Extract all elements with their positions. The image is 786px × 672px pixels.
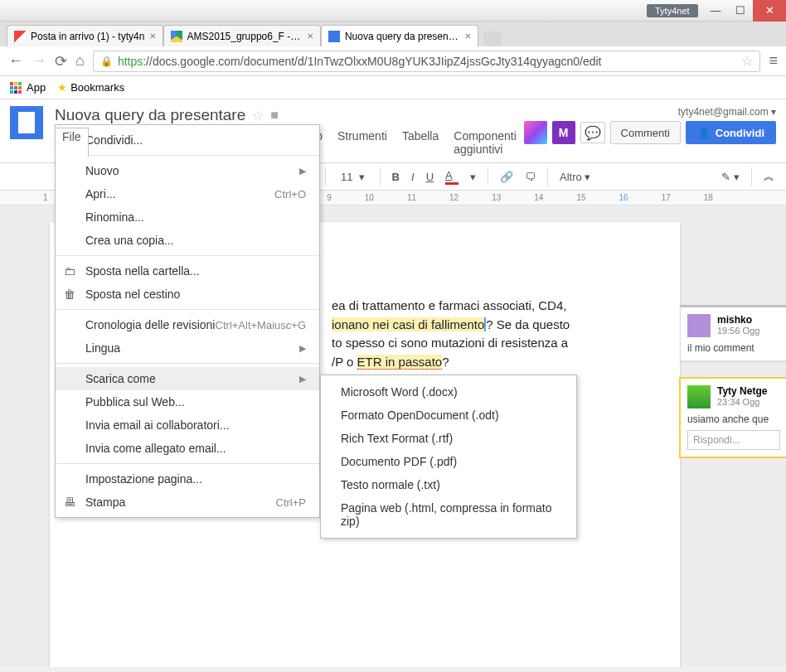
trash-icon: 🗑 bbox=[64, 288, 75, 301]
window-badge: Tyty4net bbox=[647, 4, 698, 17]
text-color-dropdown[interactable]: ▾ bbox=[465, 168, 481, 186]
bookmark-star-icon[interactable]: ☆ bbox=[741, 53, 753, 69]
browser-tab-drive[interactable]: AMS2015_gruppo6_F - Gc × bbox=[163, 25, 321, 46]
person-icon: 👤 bbox=[697, 127, 711, 139]
address-bar[interactable]: 🔒 https://docs.google.com/document/d/1In… bbox=[93, 51, 761, 72]
menu-item-email-collaboratori[interactable]: Invia email ai collaboratori... bbox=[56, 413, 319, 437]
menu-button[interactable]: ≡ bbox=[769, 52, 778, 70]
avatar bbox=[687, 385, 711, 409]
menu-item-apri[interactable]: Apri...Ctrl+O bbox=[56, 182, 319, 205]
download-rtf[interactable]: Rich Text Format (.rtf) bbox=[321, 427, 576, 450]
menu-file[interactable]: File bbox=[55, 128, 89, 157]
docs-logo[interactable] bbox=[10, 106, 43, 139]
browser-tab-gmail[interactable]: Posta in arrivo (1) - tyty4n × bbox=[7, 25, 163, 46]
avatar bbox=[687, 314, 711, 337]
edit-mode-button[interactable]: ✎ ▾ bbox=[716, 168, 745, 186]
menu-item-scarica-come[interactable]: Scarica come▶ bbox=[56, 367, 319, 390]
download-html[interactable]: Pagina web (.html, compressa in formato … bbox=[321, 496, 576, 533]
underline-button[interactable]: U bbox=[421, 168, 439, 186]
chevron-right-icon: ▶ bbox=[299, 374, 306, 384]
menu-item-nuovo[interactable]: Nuovo▶ bbox=[56, 159, 319, 182]
menu-item-crea-copia[interactable]: Crea una copia... bbox=[56, 229, 319, 252]
menu-componenti[interactable]: Componenti aggiuntivi bbox=[447, 128, 523, 157]
close-icon[interactable]: × bbox=[307, 30, 313, 42]
comment-card-active[interactable]: Tyty Netge 23:34 Ogg usiamo anche que Ri… bbox=[680, 378, 786, 457]
italic-button[interactable]: I bbox=[406, 168, 420, 186]
browser-toolbar: ← → ⟳ ⌂ 🔒 https://docs.google.com/docume… bbox=[0, 46, 786, 76]
print-icon: 🖶 bbox=[64, 496, 75, 509]
collaborator-avatar[interactable] bbox=[524, 121, 547, 144]
menu-item-pubblica[interactable]: Pubblica sul Web... bbox=[56, 390, 319, 413]
folder-icon[interactable]: ■ bbox=[270, 108, 279, 123]
more-button[interactable]: Altro ▾ bbox=[555, 168, 595, 186]
back-button[interactable]: ← bbox=[8, 52, 23, 70]
window-close-button[interactable]: ✕ bbox=[753, 0, 786, 22]
apps-grid-icon bbox=[10, 82, 22, 94]
download-submenu: Microsoft Word (.docx) Formato OpenDocum… bbox=[320, 375, 577, 539]
font-size-select[interactable]: 11 ▾ bbox=[332, 168, 373, 186]
apps-shortcut[interactable]: App bbox=[10, 81, 46, 94]
collapse-toolbar-button[interactable]: ︽ bbox=[759, 167, 779, 186]
browser-tab-strip: Posta in arrivo (1) - tyty4n × AMS2015_g… bbox=[0, 22, 786, 46]
menu-item-cronologia[interactable]: Cronologia delle revisioniCtrl+Alt+Maius… bbox=[56, 313, 319, 336]
lock-icon: 🔒 bbox=[100, 56, 113, 67]
menu-tabella[interactable]: Tabella bbox=[395, 128, 445, 157]
forward-button[interactable]: → bbox=[32, 52, 46, 70]
window-minimize-button[interactable]: — bbox=[703, 2, 728, 20]
chat-button[interactable]: 💬 bbox=[580, 122, 605, 143]
reply-input[interactable]: Rispondi... bbox=[687, 430, 780, 450]
download-txt[interactable]: Testo normale (.txt) bbox=[321, 473, 576, 496]
download-pdf[interactable]: Documento PDF (.pdf) bbox=[321, 450, 576, 473]
gmail-icon bbox=[14, 31, 26, 42]
comments-button[interactable]: Commenti bbox=[610, 121, 681, 144]
window-titlebar: Tyty4net — ☐ ✕ bbox=[0, 0, 786, 22]
bookmarks-shortcut[interactable]: ★ Bookmarks bbox=[57, 81, 124, 94]
menu-item-email-allegato[interactable]: Invia come allegato email... bbox=[56, 437, 319, 460]
menu-item-lingua[interactable]: Lingua▶ bbox=[56, 336, 319, 360]
collaborator-avatar[interactable]: M bbox=[552, 121, 575, 144]
drive-icon bbox=[171, 31, 182, 42]
star-icon[interactable]: ☆ bbox=[252, 108, 264, 123]
window-maximize-button[interactable]: ☐ bbox=[728, 2, 753, 20]
reload-button[interactable]: ⟳ bbox=[55, 52, 67, 70]
menu-item-rinomina[interactable]: Rinomina... bbox=[56, 205, 319, 229]
menu-item-stampa[interactable]: 🖶StampaCtrl+P bbox=[56, 491, 319, 514]
new-tab-button[interactable] bbox=[483, 31, 502, 46]
docs-icon bbox=[328, 31, 340, 42]
menu-strumenti[interactable]: Strumenti bbox=[331, 128, 394, 157]
bold-button[interactable]: B bbox=[387, 168, 405, 186]
user-email[interactable]: tyty4net@gmail.com ▾ bbox=[678, 106, 776, 118]
close-icon[interactable]: × bbox=[149, 30, 156, 42]
menu-item-sposta-cartella[interactable]: 🗀Sposta nella cartella... bbox=[56, 259, 319, 283]
link-button[interactable]: 🔗 bbox=[495, 168, 518, 186]
home-button[interactable]: ⌂ bbox=[75, 52, 85, 70]
menu-item-condividi[interactable]: Condividi... bbox=[56, 128, 319, 152]
menu-item-sposta-cestino[interactable]: 🗑Sposta nel cestino bbox=[56, 283, 319, 306]
text-color-button[interactable]: A bbox=[440, 167, 463, 187]
download-docx[interactable]: Microsoft Word (.docx) bbox=[321, 380, 576, 404]
chevron-right-icon: ▶ bbox=[299, 166, 306, 176]
bookmarks-bar: App ★ Bookmarks bbox=[0, 76, 786, 99]
menu-item-impostazione-pagina[interactable]: Impostazione pagina... bbox=[56, 467, 319, 491]
star-icon: ★ bbox=[57, 81, 67, 94]
download-odt[interactable]: Formato OpenDocument (.odt) bbox=[321, 404, 576, 427]
chevron-right-icon: ▶ bbox=[299, 343, 306, 354]
folder-icon: 🗀 bbox=[64, 264, 75, 278]
file-menu-dropdown: Condividi... Nuovo▶ Apri...Ctrl+O Rinomi… bbox=[55, 124, 320, 518]
browser-tab-docs[interactable]: Nuova query da presentar × bbox=[321, 25, 478, 46]
close-icon[interactable]: × bbox=[464, 30, 471, 42]
document-title[interactable]: Nuova query da presentare bbox=[55, 106, 245, 124]
comment-insert-button[interactable]: 🗨 bbox=[520, 168, 541, 186]
share-button[interactable]: 👤Condividi bbox=[686, 121, 776, 144]
comment-card[interactable]: mishko 19:56 Ogg il mio comment bbox=[680, 305, 786, 361]
